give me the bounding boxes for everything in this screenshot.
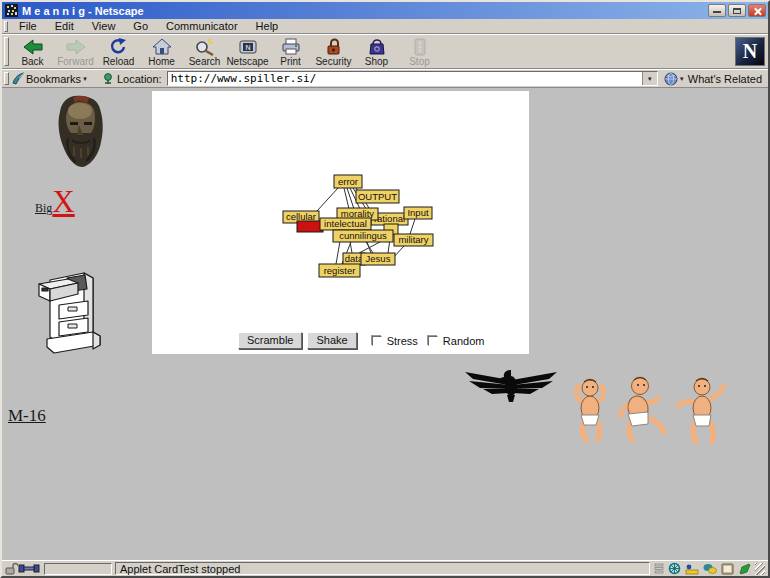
url-input[interactable] [168, 72, 642, 85]
title-bar[interactable]: M e a n n i g - Netscape [2, 2, 768, 19]
netscape-button[interactable]: N Netscape [226, 35, 269, 68]
graph-node-label: cellular [286, 211, 316, 222]
netscape-app-icon [5, 4, 18, 17]
home-label: Home [148, 56, 175, 67]
graph-edge [317, 188, 338, 211]
whats-related-dropdown-icon: ▼ [679, 76, 685, 82]
menu-communicator[interactable]: Communicator [157, 20, 247, 32]
graph-node-label: military [398, 234, 428, 245]
big-label[interactable]: Big [35, 201, 52, 215]
graph-node-label: register [324, 265, 356, 276]
discussions-icon[interactable] [703, 563, 717, 575]
back-button[interactable]: Back [11, 35, 54, 68]
menu-bar: File Edit View Go Communicator Help [2, 19, 768, 34]
bearded-face-image [50, 92, 112, 172]
navigator-wheel-icon[interactable] [668, 562, 681, 575]
toolbar-grip[interactable] [4, 37, 9, 66]
dancing-babies-image [568, 372, 730, 450]
navigation-toolbar: Back Forward Reload Home Search [2, 34, 768, 69]
stress-checkbox-label: Stress [387, 335, 418, 347]
big-x-letter[interactable]: X [52, 184, 74, 219]
netscape-logo[interactable]: N [735, 37, 765, 66]
java-applet-panel: rationalmoralityInputerrorOUTPUTcellular… [152, 91, 529, 354]
eagle-image [463, 368, 559, 404]
url-dropdown-button[interactable]: ▼ [642, 72, 657, 85]
search-button[interactable]: Search [183, 35, 226, 68]
menu-view[interactable]: View [83, 20, 125, 32]
bookmarks-dropdown-icon[interactable]: ▼ [82, 76, 88, 82]
scramble-button[interactable]: Scramble [238, 332, 302, 349]
print-icon [280, 37, 302, 56]
graph-edge [359, 242, 380, 253]
window-title: M e a n n i g - Netscape [22, 5, 706, 17]
graph-node-label: Jesus [366, 253, 391, 264]
stop-label: Stop [409, 56, 430, 67]
online-plug-icon[interactable] [18, 563, 40, 574]
security-button[interactable]: Security [312, 35, 355, 68]
minimize-button[interactable] [708, 4, 726, 17]
location-bar: Bookmarks ▼ Location: ▼ ▼ What's Related [2, 69, 768, 88]
netscape-tv-icon: N [237, 37, 259, 56]
menu-go[interactable]: Go [124, 20, 157, 32]
minimize-icon [713, 11, 721, 13]
inbox-icon[interactable] [685, 563, 699, 575]
graph-svg[interactable]: rationalmoralityInputerrorOUTPUTcellular… [152, 91, 529, 354]
status-bar: Applet CardTest stopped [2, 560, 768, 576]
shop-bag-icon [368, 37, 386, 56]
composer-pen-icon[interactable] [738, 563, 751, 575]
address-book-icon[interactable] [721, 563, 734, 575]
locbar-grip[interactable] [4, 72, 9, 85]
graph-node-label: error [338, 176, 358, 187]
bookmarks-button[interactable]: Bookmarks [26, 73, 81, 85]
graph-edge [410, 219, 415, 234]
page-content: BigX M-16 rationalmor [2, 88, 768, 560]
forward-arrow-icon [65, 37, 87, 56]
search-icon [194, 37, 216, 56]
status-message: Applet CardTest stopped [115, 562, 650, 575]
big-x-link[interactable]: BigX [35, 184, 75, 220]
netscape-window: M e a n n i g - Netscape File Edit View … [0, 0, 770, 578]
back-label: Back [21, 56, 43, 67]
reload-button[interactable]: Reload [97, 35, 140, 68]
shop-label: Shop [365, 56, 388, 67]
location-label: Location: [117, 73, 162, 85]
menu-edit[interactable]: Edit [46, 20, 83, 32]
forward-button[interactable]: Forward [54, 35, 97, 68]
graph-node-label: rational [374, 213, 405, 224]
shop-button[interactable]: Shop [355, 35, 398, 68]
graph-node-label: cunnilingus [339, 230, 387, 241]
url-field-frame: ▼ [167, 71, 658, 86]
random-checkbox-label: Random [443, 335, 485, 347]
whats-related-label: What's Related [688, 73, 762, 85]
print-button[interactable]: Print [269, 35, 312, 68]
search-label: Search [189, 56, 221, 67]
menu-help[interactable]: Help [247, 20, 288, 32]
whats-related-button[interactable]: ▼ What's Related [664, 72, 762, 86]
close-button[interactable] [748, 4, 766, 17]
print-label: Print [280, 56, 301, 67]
resize-grip[interactable] [755, 563, 765, 575]
random-checkbox[interactable] [428, 336, 438, 346]
graph-node[interactable] [297, 221, 323, 232]
back-arrow-icon [22, 37, 44, 56]
reload-icon [109, 37, 129, 56]
reload-label: Reload [103, 56, 135, 67]
location-icon [102, 72, 115, 85]
home-button[interactable]: Home [140, 35, 183, 68]
globe-icon [664, 72, 678, 86]
graph-node-label: OUTPUT [358, 191, 397, 202]
maximize-icon [733, 8, 741, 14]
menubar-grip[interactable] [4, 21, 8, 32]
home-icon [152, 37, 172, 56]
stop-button[interactable]: Stop [398, 35, 441, 68]
security-lock-icon [325, 37, 343, 56]
menu-file[interactable]: File [10, 20, 46, 32]
doc-stack-icon[interactable] [654, 563, 664, 575]
m16-link[interactable]: M-16 [8, 406, 46, 426]
graph-node-label: Input [407, 207, 428, 218]
maximize-button[interactable] [728, 4, 746, 17]
stress-checkbox[interactable] [372, 336, 382, 346]
chevron-down-icon: ▼ [647, 76, 653, 82]
shake-button[interactable]: Shake [307, 332, 356, 349]
security-open-lock-icon [5, 562, 18, 575]
